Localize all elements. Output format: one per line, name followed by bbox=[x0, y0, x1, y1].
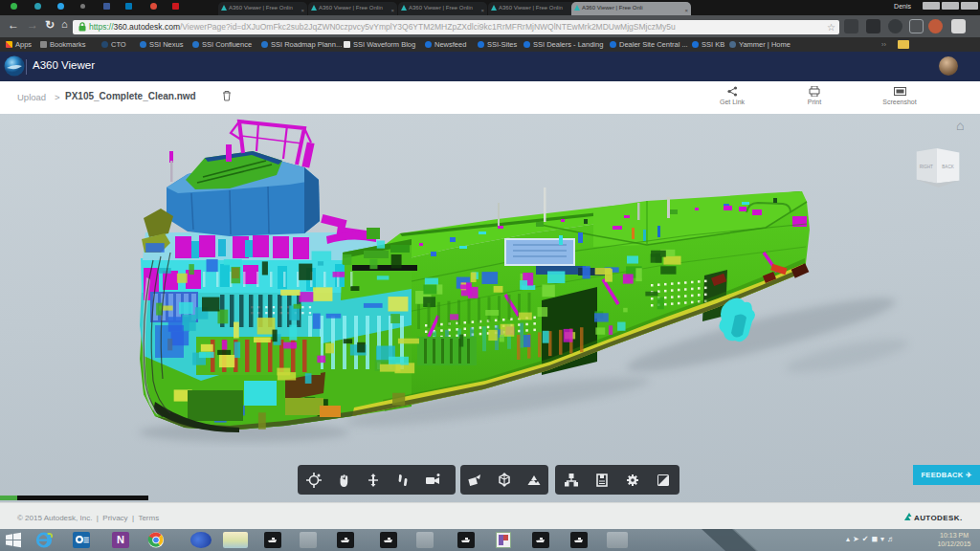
svg-text:AUTODESK.: AUTODESK. bbox=[914, 514, 963, 522]
svg-text:RIGHT: RIGHT bbox=[920, 165, 933, 169]
svg-text:BACK: BACK bbox=[942, 165, 953, 169]
